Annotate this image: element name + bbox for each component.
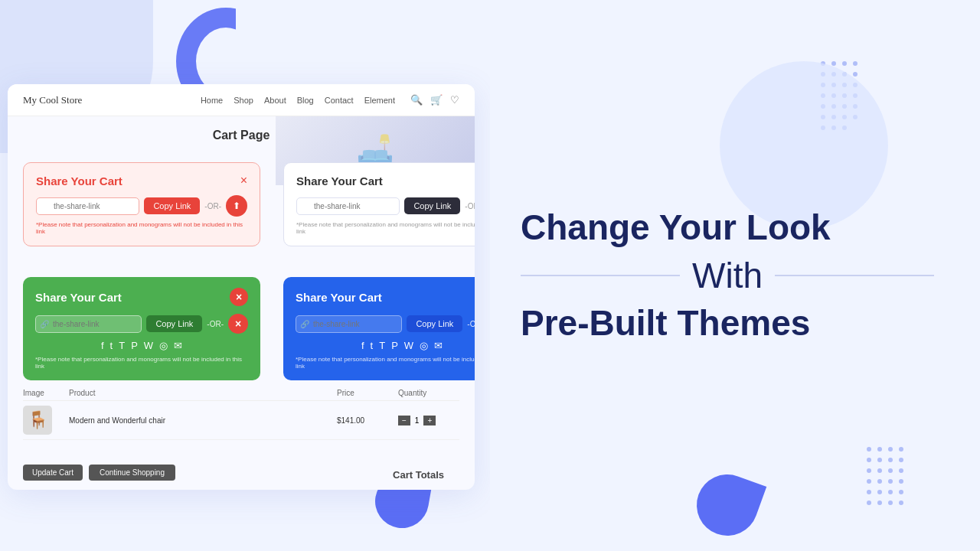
twitter-icon-4[interactable]: t xyxy=(371,340,374,351)
widget-1-or: -OR- xyxy=(204,202,221,210)
widget-3-link-row: 🔗 Copy Link -OR- × xyxy=(35,314,248,334)
widget-2-copy-btn[interactable]: Copy Link xyxy=(404,197,460,214)
nav-home[interactable]: Home xyxy=(201,96,223,105)
widget-1-link-row: 🔗 Copy Link -OR- ⬆ xyxy=(36,195,247,217)
whatsapp-icon-3[interactable]: W xyxy=(144,340,153,351)
browser-mockup: My Cool Store Home Shop About Blog Conta… xyxy=(8,84,475,490)
widget-4-link-row: 🔗 Copy Link -OR- × xyxy=(296,314,475,334)
twitter-icon-3[interactable]: t xyxy=(110,340,113,351)
search-icon[interactable]: 🔍 xyxy=(410,94,423,106)
tumblr-icon-3[interactable]: T xyxy=(119,340,125,351)
widget-4-or: -OR- xyxy=(467,320,475,328)
widget-2-title: Share Your Cart xyxy=(296,174,383,187)
share-widget-green: Share Your Cart × 🔗 Copy Link -OR- × f t… xyxy=(23,277,260,380)
qty-increase[interactable]: + xyxy=(423,416,436,425)
cart-table-row: 🪑 Modern and Wonderful chair $141.00 − 1… xyxy=(23,401,459,440)
widget-4-disclaimer: *Please note that personalization and mo… xyxy=(296,356,475,370)
nav-bar: My Cool Store Home Shop About Blog Conta… xyxy=(8,84,475,116)
update-cart-btn[interactable]: Update Cart xyxy=(23,465,83,481)
widget-3-title: Share Your Cart xyxy=(35,291,122,304)
wishlist-icon[interactable]: ♡ xyxy=(450,94,459,106)
nav-icons: 🔍 🛒 ♡ xyxy=(410,94,459,106)
link-icon-4: 🔗 xyxy=(300,320,309,328)
widget-3-close-circle[interactable]: × xyxy=(228,314,248,334)
share-widget-red: Share Your Cart × 🔗 Copy Link -OR- ⬆ *Pl… xyxy=(23,162,260,246)
circle-icon-4[interactable]: ◎ xyxy=(420,340,428,351)
widget-4-social-icons: f t T P W ◎ ✉ xyxy=(296,340,475,351)
widget-3-link-input[interactable] xyxy=(35,315,142,333)
widget-1-disclaimer: *Please note that personalization and mo… xyxy=(36,221,247,235)
widget-1-link-input[interactable] xyxy=(36,197,139,215)
widget-1-title: Share Your Cart xyxy=(36,174,122,187)
left-panel: My Cool Store Home Shop About Blog Conta… xyxy=(0,0,490,551)
widget-2-link-row: 🔗 Copy Link -OR- ⬆ xyxy=(296,195,475,217)
right-panel: Change Your Look With Pre-Built Themes xyxy=(490,0,980,551)
col-price: Price xyxy=(337,389,398,397)
widget-2-or: -OR- xyxy=(465,202,475,210)
site-logo: My Cool Store xyxy=(23,94,185,106)
whatsapp-icon-4[interactable]: W xyxy=(404,340,413,351)
headline-pre-built-themes: Pre-Built Themes xyxy=(521,303,934,344)
col-quantity: Quantity xyxy=(398,389,459,397)
widget-2-input-wrapper: 🔗 xyxy=(296,197,400,215)
continue-shopping-btn[interactable]: Continue Shopping xyxy=(89,465,175,481)
widget-1-input-wrapper: 🔗 xyxy=(36,197,139,215)
nav-about[interactable]: About xyxy=(264,96,286,105)
browser-content: Cart Page Share Your Cart × 🔗 Copy Link … xyxy=(8,116,475,490)
widget-1-copy-btn[interactable]: Copy Link xyxy=(144,197,200,214)
cart-table-header: Image Product Price Quantity xyxy=(23,389,459,401)
facebook-icon-3[interactable]: f xyxy=(101,340,104,351)
pinterest-icon-3[interactable]: P xyxy=(131,340,138,351)
widget-3-close[interactable]: × xyxy=(230,288,248,306)
widget-4-header: Share Your Cart × xyxy=(296,288,475,306)
chair-icon: 🪑 xyxy=(28,410,48,430)
widget-4-input-wrapper: 🔗 xyxy=(296,315,402,333)
cart-page-title: Cart Page xyxy=(23,129,459,142)
cart-icon[interactable]: 🛒 xyxy=(430,94,443,106)
nav-blog[interactable]: Blog xyxy=(297,96,314,105)
product-image: 🪑 xyxy=(23,406,52,435)
widget-1-close[interactable]: × xyxy=(240,174,247,187)
quantity-controls: − 1 + xyxy=(398,416,459,425)
qty-value: 1 xyxy=(415,416,420,425)
tumblr-icon-4[interactable]: T xyxy=(379,340,385,351)
email-icon-3[interactable]: ✉ xyxy=(174,340,182,351)
cart-table: Image Product Price Quantity 🪑 Modern an… xyxy=(23,389,459,440)
widget-3-disclaimer: *Please note that personalization and mo… xyxy=(35,356,248,370)
share-widget-blue: Share Your Cart × 🔗 Copy Link -OR- × f t… xyxy=(283,277,475,380)
bottom-buttons: Update Cart Continue Shopping xyxy=(23,465,175,481)
widget-4-title: Share Your Cart xyxy=(296,291,382,304)
col-product: Product xyxy=(69,389,337,397)
widget-2-disclaimer: *Please note that personalization and mo… xyxy=(296,221,475,235)
widget-2-link-input[interactable] xyxy=(296,197,400,215)
widget-4-copy-btn[interactable]: Copy Link xyxy=(407,315,462,332)
widget-3-input-wrapper: 🔗 xyxy=(35,315,142,333)
link-icon-3: 🔗 xyxy=(40,320,49,328)
pinterest-icon-4[interactable]: P xyxy=(391,340,398,351)
email-icon-4[interactable]: ✉ xyxy=(434,340,443,351)
product-price: $141.00 xyxy=(337,416,398,425)
qty-decrease[interactable]: − xyxy=(398,416,410,425)
widget-4-link-input[interactable] xyxy=(296,315,402,333)
col-image: Image xyxy=(23,389,69,397)
widget-2-header: Share Your Cart × xyxy=(296,174,475,187)
widget-1-share-icon-btn[interactable]: ⬆ xyxy=(226,195,247,217)
nav-contact[interactable]: Contact xyxy=(325,96,354,105)
nav-element[interactable]: Element xyxy=(364,96,395,105)
headline-change-your-look: Change Your Look xyxy=(521,207,934,248)
widget-3-copy-btn[interactable]: Copy Link xyxy=(146,315,202,332)
circle-icon-3[interactable]: ◎ xyxy=(159,340,168,351)
cart-totals-label: Cart Totals xyxy=(393,469,444,481)
widget-3-social-icons: f t T P W ◎ ✉ xyxy=(35,340,248,351)
facebook-icon-4[interactable]: f xyxy=(361,340,364,351)
nav-links: Home Shop About Blog Contact Element xyxy=(201,96,395,105)
widget-3-header: Share Your Cart × xyxy=(35,288,248,306)
headline-with: With xyxy=(521,256,934,296)
widget-1-header: Share Your Cart × xyxy=(36,174,247,187)
nav-shop[interactable]: Shop xyxy=(234,96,253,105)
product-name: Modern and Wonderful chair xyxy=(69,416,337,425)
widget-3-or: -OR- xyxy=(207,320,224,328)
share-widget-dark: Share Your Cart × 🔗 Copy Link -OR- ⬆ *Pl… xyxy=(283,162,475,246)
